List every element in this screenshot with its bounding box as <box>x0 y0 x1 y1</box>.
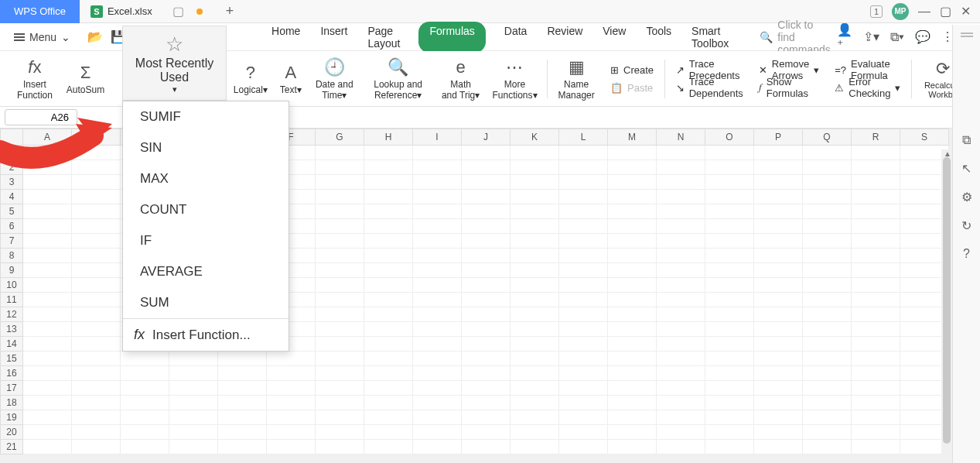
cell[interactable] <box>852 440 900 454</box>
cell[interactable] <box>267 440 316 454</box>
cell[interactable] <box>559 352 608 366</box>
cell[interactable] <box>72 307 121 322</box>
cell[interactable] <box>23 410 72 425</box>
cell[interactable] <box>510 293 559 307</box>
cell[interactable] <box>510 175 559 190</box>
col-header[interactable]: N <box>657 129 705 146</box>
cell[interactable] <box>852 219 900 234</box>
cell[interactable] <box>121 366 169 381</box>
cell[interactable] <box>754 322 803 337</box>
cell[interactable] <box>413 234 462 249</box>
cell[interactable] <box>23 278 72 293</box>
dropdown-item-max[interactable]: MAX <box>123 163 289 194</box>
cell[interactable] <box>657 160 705 175</box>
cell[interactable] <box>316 190 364 204</box>
cell[interactable] <box>169 352 218 366</box>
col-header[interactable]: O <box>705 129 754 146</box>
logical-button[interactable]: ? Logical▾ <box>227 63 274 95</box>
cell[interactable] <box>510 366 559 381</box>
cell[interactable] <box>559 146 608 160</box>
cell[interactable] <box>316 293 364 307</box>
cell[interactable] <box>559 190 608 204</box>
comment-icon[interactable]: ▢ <box>172 4 184 19</box>
cell[interactable] <box>413 410 462 425</box>
cell[interactable] <box>803 204 852 219</box>
cell[interactable] <box>803 278 852 293</box>
vertical-scrollbar[interactable]: ▲ <box>941 149 952 463</box>
cell[interactable] <box>510 425 559 440</box>
cell[interactable] <box>559 263 608 278</box>
row-header[interactable]: 17 <box>0 381 23 396</box>
cell[interactable] <box>364 396 413 410</box>
col-header[interactable]: J <box>462 129 510 146</box>
cell[interactable] <box>462 440 510 454</box>
cell[interactable] <box>413 307 462 322</box>
cell[interactable] <box>754 160 803 175</box>
cell[interactable] <box>803 219 852 234</box>
dropdown-item-sin[interactable]: SIN <box>123 132 289 163</box>
cell[interactable] <box>72 322 121 337</box>
cell[interactable] <box>218 352 267 366</box>
avatar[interactable]: MP <box>892 3 909 20</box>
cell[interactable] <box>705 234 754 249</box>
cell[interactable] <box>462 146 510 160</box>
cell[interactable] <box>608 366 657 381</box>
cell[interactable] <box>754 249 803 263</box>
cell[interactable] <box>803 263 852 278</box>
trace-dependents-button[interactable]: ↘Trace Dependents <box>676 81 743 95</box>
cell[interactable] <box>657 234 705 249</box>
new-tab-button[interactable]: + <box>226 3 234 19</box>
cell[interactable] <box>559 307 608 322</box>
cell[interactable] <box>72 278 121 293</box>
cell[interactable] <box>803 425 852 440</box>
cell[interactable] <box>121 425 169 440</box>
cell[interactable] <box>218 381 267 396</box>
cell[interactable] <box>559 234 608 249</box>
cell[interactable] <box>754 263 803 278</box>
cell[interactable] <box>803 307 852 322</box>
cell[interactable] <box>23 307 72 322</box>
cell[interactable] <box>72 190 121 204</box>
cell[interactable] <box>559 337 608 352</box>
cell[interactable] <box>559 366 608 381</box>
cell[interactable] <box>121 352 169 366</box>
cell[interactable] <box>218 425 267 440</box>
menu-button[interactable]: Menu ⌄ <box>9 28 75 46</box>
cell[interactable] <box>510 396 559 410</box>
more-functions-button[interactable]: ⋯ More Functions▾ <box>486 57 543 101</box>
cell[interactable] <box>852 366 900 381</box>
row-header[interactable]: 21 <box>0 440 23 454</box>
cell[interactable] <box>608 234 657 249</box>
cell[interactable] <box>803 249 852 263</box>
cell[interactable] <box>72 425 121 440</box>
col-header[interactable]: Q <box>803 129 852 146</box>
cell[interactable] <box>72 249 121 263</box>
cell[interactable] <box>169 425 218 440</box>
cell[interactable] <box>413 396 462 410</box>
cell[interactable] <box>705 352 754 366</box>
cell[interactable] <box>72 234 121 249</box>
cell[interactable] <box>608 425 657 440</box>
cell[interactable] <box>72 440 121 454</box>
cell[interactable] <box>413 322 462 337</box>
text-button[interactable]: A Text▾ <box>274 63 308 95</box>
chat-icon[interactable]: 💬 <box>915 29 930 44</box>
cell[interactable] <box>608 204 657 219</box>
evaluate-formula-button[interactable]: =?Evaluate Formula <box>835 63 900 77</box>
cell[interactable] <box>413 293 462 307</box>
col-header[interactable]: P <box>754 129 803 146</box>
row-header[interactable]: 6 <box>0 219 23 234</box>
cell[interactable] <box>23 263 72 278</box>
cell[interactable] <box>803 396 852 410</box>
cell[interactable] <box>218 396 267 410</box>
cell[interactable] <box>23 396 72 410</box>
most-recently-used-button[interactable]: ☆ Most Recently Used ▾ <box>122 26 227 101</box>
cell[interactable] <box>657 337 705 352</box>
cell[interactable] <box>852 322 900 337</box>
cell[interactable] <box>364 146 413 160</box>
cell[interactable] <box>608 146 657 160</box>
name-manager-button[interactable]: ▦ Name Manager <box>550 57 603 101</box>
cell[interactable] <box>364 440 413 454</box>
cell[interactable] <box>754 278 803 293</box>
cell[interactable] <box>413 366 462 381</box>
